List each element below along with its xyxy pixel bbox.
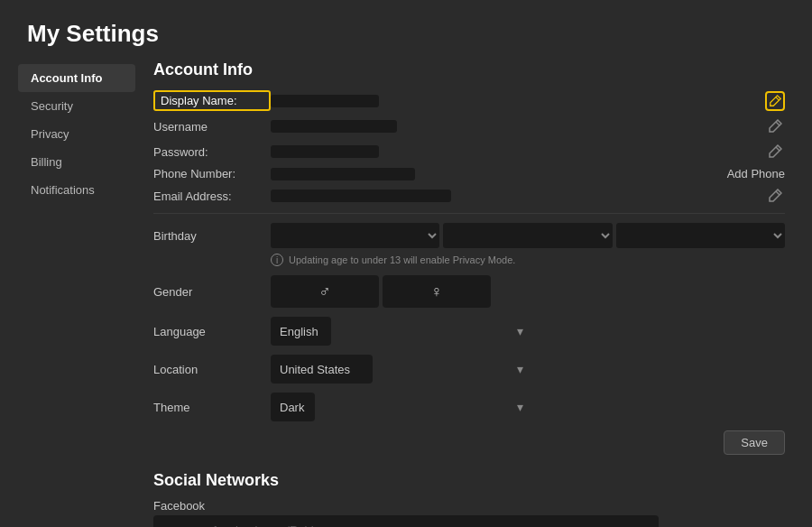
display-name-row: Display Name: (153, 90, 785, 111)
location-select[interactable]: United States Canada United Kingdom Aust… (271, 355, 373, 384)
email-value (271, 190, 451, 202)
display-name-label: Display Name: (153, 90, 271, 111)
birthday-label: Birthday (153, 229, 271, 243)
language-select[interactable]: English Spanish French German (271, 317, 331, 346)
email-edit-icon[interactable] (765, 186, 785, 206)
sidebar-item-account-info[interactable]: Account Info (18, 64, 135, 92)
add-phone-button[interactable]: Add Phone (727, 167, 785, 180)
birthday-year-select[interactable] (616, 223, 785, 248)
gender-buttons: ♂ ♀ (271, 275, 491, 308)
sidebar-item-billing[interactable]: Billing (18, 148, 135, 176)
birthday-month-select[interactable] (271, 223, 439, 248)
language-label: Language (153, 325, 271, 338)
email-row: Email Address: (153, 186, 785, 206)
gender-label: Gender (153, 285, 271, 299)
sidebar-item-security[interactable]: Security (18, 92, 135, 120)
info-icon: i (271, 254, 283, 266)
save-button[interactable]: Save (724, 430, 785, 455)
location-label: Location (153, 363, 271, 376)
phone-row: Phone Number: Add Phone (153, 167, 785, 180)
section-divider (153, 213, 785, 214)
location-row: Location United States Canada United Kin… (153, 355, 785, 384)
password-value (271, 145, 379, 158)
sidebar-item-notifications[interactable]: Notifications (18, 176, 135, 204)
username-edit-icon[interactable] (765, 116, 785, 136)
sidebar-item-privacy[interactable]: Privacy (18, 120, 135, 148)
facebook-field: Facebook (153, 499, 785, 527)
save-row: Save (153, 430, 785, 455)
gender-female-icon: ♀ (430, 282, 443, 301)
password-row: Password: (153, 142, 785, 162)
facebook-input[interactable] (153, 515, 659, 527)
theme-row: Theme Dark Light (153, 393, 785, 421)
facebook-label: Facebook (153, 499, 785, 513)
page-title: My Settings (0, 0, 812, 60)
theme-select-wrapper: Dark Light (271, 393, 532, 421)
birthday-row: Birthday (153, 223, 785, 248)
password-label: Password: (153, 145, 271, 159)
privacy-note: i Updating age to under 13 will enable P… (271, 254, 785, 266)
main-content: Account Info Display Name: Username (135, 60, 794, 527)
language-select-wrapper: English Spanish French German (271, 317, 532, 346)
privacy-note-text: Updating age to under 13 will enable Pri… (289, 254, 515, 265)
phone-label: Phone Number: (153, 167, 271, 180)
username-value (271, 120, 397, 133)
display-name-edit-icon[interactable] (765, 91, 785, 111)
sidebar: Account Info Security Privacy Billing No… (18, 60, 135, 527)
display-name-value (271, 95, 379, 107)
theme-select[interactable]: Dark Light (271, 393, 315, 421)
gender-female-button[interactable]: ♀ (383, 275, 491, 308)
location-select-wrapper: United States Canada United Kingdom Aust… (271, 355, 532, 384)
email-label: Email Address: (153, 190, 271, 203)
username-label: Username (153, 120, 271, 134)
language-row: Language English Spanish French German (153, 317, 785, 346)
username-row: Username (153, 116, 785, 136)
birthday-selects (271, 223, 785, 248)
account-info-container: Display Name: Username (153, 90, 785, 455)
section-title-account-info: Account Info (153, 60, 785, 79)
gender-male-icon: ♂ (318, 282, 331, 301)
birthday-day-select[interactable] (443, 223, 612, 248)
theme-label: Theme (153, 401, 271, 414)
gender-row: Gender ♂ ♀ (153, 275, 785, 308)
social-section-title: Social Networks (153, 471, 785, 490)
phone-value (271, 168, 415, 180)
password-edit-icon[interactable] (765, 142, 785, 162)
gender-male-button[interactable]: ♂ (271, 275, 379, 308)
